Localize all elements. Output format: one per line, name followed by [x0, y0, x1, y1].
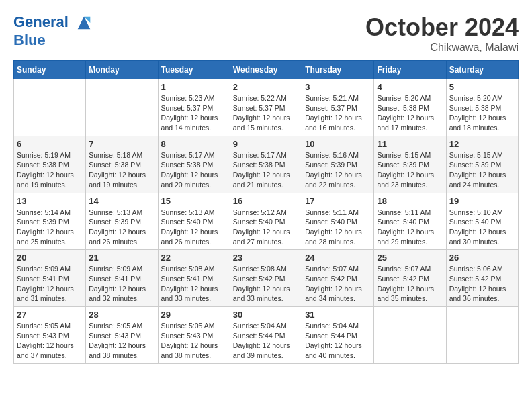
weekday-header-sunday: Sunday [14, 61, 86, 79]
day-info: Sunrise: 5:22 AM Sunset: 5:37 PM Dayligh… [233, 93, 299, 133]
day-number: 17 [305, 196, 371, 206]
calendar-cell: 3Sunrise: 5:21 AM Sunset: 5:37 PM Daylig… [302, 79, 374, 136]
day-number: 16 [233, 196, 299, 206]
calendar-cell [86, 79, 158, 136]
day-info: Sunrise: 5:20 AM Sunset: 5:38 PM Dayligh… [449, 93, 515, 133]
day-info: Sunrise: 5:21 AM Sunset: 5:37 PM Dayligh… [305, 93, 371, 133]
calendar-cell: 27Sunrise: 5:05 AM Sunset: 5:43 PM Dayli… [14, 307, 86, 364]
calendar-cell [14, 79, 86, 136]
day-number: 24 [305, 253, 371, 263]
day-number: 9 [233, 139, 299, 149]
day-info: Sunrise: 5:10 AM Sunset: 5:40 PM Dayligh… [449, 208, 515, 247]
day-info: Sunrise: 5:15 AM Sunset: 5:39 PM Dayligh… [449, 150, 515, 190]
day-info: Sunrise: 5:08 AM Sunset: 5:41 PM Dayligh… [161, 264, 227, 304]
day-number: 30 [233, 310, 299, 320]
calendar-cell: 2Sunrise: 5:22 AM Sunset: 5:37 PM Daylig… [230, 79, 302, 136]
calendar-cell: 17Sunrise: 5:11 AM Sunset: 5:40 PM Dayli… [302, 193, 374, 250]
calendar-cell: 28Sunrise: 5:05 AM Sunset: 5:43 PM Dayli… [86, 307, 158, 364]
calendar-week-1: 1Sunrise: 5:23 AM Sunset: 5:37 PM Daylig… [14, 79, 519, 136]
calendar-cell: 20Sunrise: 5:09 AM Sunset: 5:41 PM Dayli… [14, 250, 86, 307]
calendar-cell [446, 307, 518, 364]
calendar-cell: 29Sunrise: 5:05 AM Sunset: 5:43 PM Dayli… [158, 307, 230, 364]
day-number: 5 [449, 82, 515, 92]
day-info: Sunrise: 5:12 AM Sunset: 5:40 PM Dayligh… [233, 208, 299, 247]
calendar-cell: 4Sunrise: 5:20 AM Sunset: 5:38 PM Daylig… [374, 79, 446, 136]
day-info: Sunrise: 5:07 AM Sunset: 5:42 PM Dayligh… [377, 264, 443, 304]
day-info: Sunrise: 5:23 AM Sunset: 5:37 PM Dayligh… [161, 93, 227, 133]
calendar-table: SundayMondayTuesdayWednesdayThursdayFrid… [13, 60, 519, 364]
day-info: Sunrise: 5:11 AM Sunset: 5:40 PM Dayligh… [305, 208, 371, 247]
day-number: 8 [161, 139, 227, 149]
day-number: 18 [377, 196, 443, 206]
weekday-header-friday: Friday [374, 61, 446, 79]
day-info: Sunrise: 5:08 AM Sunset: 5:42 PM Dayligh… [233, 264, 299, 304]
day-info: Sunrise: 5:13 AM Sunset: 5:39 PM Dayligh… [89, 208, 154, 247]
day-number: 14 [89, 196, 154, 206]
calendar-cell [374, 307, 446, 364]
calendar-week-4: 20Sunrise: 5:09 AM Sunset: 5:41 PM Dayli… [14, 250, 519, 307]
calendar-header: SundayMondayTuesdayWednesdayThursdayFrid… [14, 61, 519, 79]
day-info: Sunrise: 5:04 AM Sunset: 5:44 PM Dayligh… [233, 321, 299, 361]
calendar-cell: 1Sunrise: 5:23 AM Sunset: 5:37 PM Daylig… [158, 79, 230, 136]
day-info: Sunrise: 5:05 AM Sunset: 5:43 PM Dayligh… [17, 321, 83, 361]
calendar-cell: 16Sunrise: 5:12 AM Sunset: 5:40 PM Dayli… [230, 193, 302, 250]
weekday-header-saturday: Saturday [446, 61, 518, 79]
day-number: 23 [233, 253, 299, 263]
day-info: Sunrise: 5:16 AM Sunset: 5:39 PM Dayligh… [305, 150, 371, 190]
day-info: Sunrise: 5:19 AM Sunset: 5:38 PM Dayligh… [17, 150, 83, 190]
weekday-header-wednesday: Wednesday [230, 61, 302, 79]
day-number: 13 [17, 196, 83, 206]
day-info: Sunrise: 5:11 AM Sunset: 5:40 PM Dayligh… [377, 208, 443, 247]
calendar-cell: 8Sunrise: 5:17 AM Sunset: 5:38 PM Daylig… [158, 136, 230, 193]
day-number: 10 [305, 139, 371, 149]
day-number: 20 [17, 253, 83, 263]
day-info: Sunrise: 5:20 AM Sunset: 5:38 PM Dayligh… [377, 93, 443, 133]
day-number: 21 [89, 253, 154, 263]
day-number: 11 [377, 139, 443, 149]
day-number: 22 [161, 253, 227, 263]
calendar-cell: 25Sunrise: 5:07 AM Sunset: 5:42 PM Dayli… [374, 250, 446, 307]
weekday-header-monday: Monday [86, 61, 158, 79]
title-block: October 2024 Chikwawa, Malawi [365, 13, 519, 54]
day-number: 6 [17, 139, 83, 149]
day-number: 19 [449, 196, 515, 206]
calendar-body: 1Sunrise: 5:23 AM Sunset: 5:37 PM Daylig… [14, 79, 519, 364]
day-number: 29 [161, 310, 227, 320]
calendar-cell: 10Sunrise: 5:16 AM Sunset: 5:39 PM Dayli… [302, 136, 374, 193]
day-info: Sunrise: 5:09 AM Sunset: 5:41 PM Dayligh… [89, 264, 154, 304]
page-header: General Blue October 2024 Chikwawa, Mala… [13, 13, 519, 54]
month-title: October 2024 [365, 13, 519, 42]
day-info: Sunrise: 5:09 AM Sunset: 5:41 PM Dayligh… [17, 264, 83, 304]
weekday-header-thursday: Thursday [302, 61, 374, 79]
day-info: Sunrise: 5:05 AM Sunset: 5:43 PM Dayligh… [161, 321, 227, 361]
day-number: 26 [449, 253, 515, 263]
calendar-cell: 9Sunrise: 5:17 AM Sunset: 5:38 PM Daylig… [230, 136, 302, 193]
calendar-cell: 23Sunrise: 5:08 AM Sunset: 5:42 PM Dayli… [230, 250, 302, 307]
day-number: 12 [449, 139, 515, 149]
calendar-cell: 5Sunrise: 5:20 AM Sunset: 5:38 PM Daylig… [446, 79, 518, 136]
calendar-week-5: 27Sunrise: 5:05 AM Sunset: 5:43 PM Dayli… [14, 307, 519, 364]
calendar-cell: 19Sunrise: 5:10 AM Sunset: 5:40 PM Dayli… [446, 193, 518, 250]
calendar-cell: 13Sunrise: 5:14 AM Sunset: 5:39 PM Dayli… [14, 193, 86, 250]
calendar-cell: 12Sunrise: 5:15 AM Sunset: 5:39 PM Dayli… [446, 136, 518, 193]
calendar-cell: 24Sunrise: 5:07 AM Sunset: 5:42 PM Dayli… [302, 250, 374, 307]
day-info: Sunrise: 5:15 AM Sunset: 5:39 PM Dayligh… [377, 150, 443, 190]
day-number: 31 [305, 310, 371, 320]
day-number: 27 [17, 310, 83, 320]
calendar-cell: 15Sunrise: 5:13 AM Sunset: 5:40 PM Dayli… [158, 193, 230, 250]
logo-text: General [13, 13, 93, 32]
calendar-cell: 21Sunrise: 5:09 AM Sunset: 5:41 PM Dayli… [86, 250, 158, 307]
logo-general: General [13, 13, 69, 30]
logo: General Blue [13, 13, 93, 48]
day-info: Sunrise: 5:18 AM Sunset: 5:38 PM Dayligh… [89, 150, 154, 190]
weekday-header-tuesday: Tuesday [158, 61, 230, 79]
day-number: 28 [89, 310, 154, 320]
calendar-cell: 14Sunrise: 5:13 AM Sunset: 5:39 PM Dayli… [86, 193, 158, 250]
day-info: Sunrise: 5:17 AM Sunset: 5:38 PM Dayligh… [161, 150, 227, 190]
calendar-week-2: 6Sunrise: 5:19 AM Sunset: 5:38 PM Daylig… [14, 136, 519, 193]
day-info: Sunrise: 5:17 AM Sunset: 5:38 PM Dayligh… [233, 150, 299, 190]
calendar-cell: 18Sunrise: 5:11 AM Sunset: 5:40 PM Dayli… [374, 193, 446, 250]
calendar-cell: 26Sunrise: 5:06 AM Sunset: 5:42 PM Dayli… [446, 250, 518, 307]
calendar-cell: 11Sunrise: 5:15 AM Sunset: 5:39 PM Dayli… [374, 136, 446, 193]
day-info: Sunrise: 5:14 AM Sunset: 5:39 PM Dayligh… [17, 208, 83, 247]
